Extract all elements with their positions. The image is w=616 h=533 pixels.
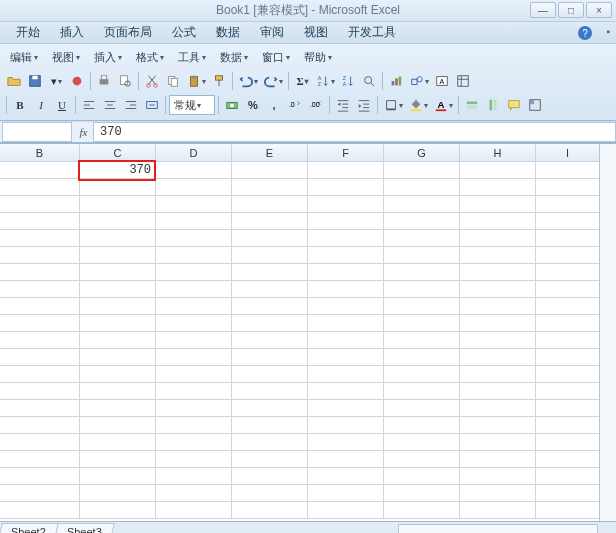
cell-H6[interactable] — [460, 247, 536, 263]
number-format-combo[interactable]: 常规 — [169, 95, 215, 115]
cell-C11[interactable] — [80, 332, 156, 348]
cell-B19[interactable] — [0, 468, 80, 484]
open-button[interactable] — [4, 71, 24, 91]
font-color-button[interactable]: A — [431, 95, 455, 115]
cell-E4[interactable] — [232, 213, 308, 229]
cell-G5[interactable] — [384, 230, 460, 246]
cell-C19[interactable] — [80, 468, 156, 484]
align-right-button[interactable] — [121, 95, 141, 115]
cell-H7[interactable] — [460, 264, 536, 280]
cell-C15[interactable] — [80, 400, 156, 416]
cell-G2[interactable] — [384, 179, 460, 195]
currency-button[interactable] — [222, 95, 242, 115]
bold-button[interactable]: B — [10, 95, 30, 115]
cell-C18[interactable] — [80, 451, 156, 467]
cell-D14[interactable] — [156, 383, 232, 399]
save-button[interactable] — [25, 71, 45, 91]
cell-B3[interactable] — [0, 196, 80, 212]
cell-I18[interactable] — [536, 451, 600, 467]
cell-G18[interactable] — [384, 451, 460, 467]
cell-C14[interactable] — [80, 383, 156, 399]
sort-desc-button[interactable]: ZA — [338, 71, 358, 91]
cell-C7[interactable] — [80, 264, 156, 280]
cell-D13[interactable] — [156, 366, 232, 382]
cell-G10[interactable] — [384, 315, 460, 331]
cell-B7[interactable] — [0, 264, 80, 280]
cell-G1[interactable] — [384, 162, 460, 178]
cell-I17[interactable] — [536, 434, 600, 450]
cell-B8[interactable] — [0, 281, 80, 297]
tab-review[interactable]: 审阅 — [250, 21, 294, 44]
cell-H11[interactable] — [460, 332, 536, 348]
cell-I21[interactable] — [536, 502, 600, 518]
cell-F11[interactable] — [308, 332, 384, 348]
cell-C10[interactable] — [80, 315, 156, 331]
cell-H1[interactable] — [460, 162, 536, 178]
col-header-D[interactable]: D — [156, 144, 232, 161]
cell-H4[interactable] — [460, 213, 536, 229]
cell-F19[interactable] — [308, 468, 384, 484]
cell-H20[interactable] — [460, 485, 536, 501]
cell-E5[interactable] — [232, 230, 308, 246]
cell-F10[interactable] — [308, 315, 384, 331]
cell-E17[interactable] — [232, 434, 308, 450]
tab-home[interactable]: 开始 — [6, 21, 50, 44]
cell-I12[interactable] — [536, 349, 600, 365]
fill-color-button[interactable] — [406, 95, 430, 115]
cell-I2[interactable] — [536, 179, 600, 195]
cell-G21[interactable] — [384, 502, 460, 518]
cell-F3[interactable] — [308, 196, 384, 212]
col-header-E[interactable]: E — [232, 144, 308, 161]
cell-D17[interactable] — [156, 434, 232, 450]
cell-B4[interactable] — [0, 213, 80, 229]
cell-F18[interactable] — [308, 451, 384, 467]
percent-button[interactable]: % — [243, 95, 263, 115]
cell-E15[interactable] — [232, 400, 308, 416]
fx-icon[interactable]: fx — [74, 122, 94, 142]
cell-H16[interactable] — [460, 417, 536, 433]
cell-G13[interactable] — [384, 366, 460, 382]
cell-D9[interactable] — [156, 298, 232, 314]
cell-E18[interactable] — [232, 451, 308, 467]
vertical-scrollbar[interactable] — [599, 144, 616, 521]
menu-format[interactable]: 格式 — [130, 48, 170, 67]
cell-H10[interactable] — [460, 315, 536, 331]
show-comments-button[interactable] — [504, 95, 524, 115]
cell-E13[interactable] — [232, 366, 308, 382]
cell-D16[interactable] — [156, 417, 232, 433]
cell-D12[interactable] — [156, 349, 232, 365]
cell-D19[interactable] — [156, 468, 232, 484]
tab-view[interactable]: 视图 — [294, 21, 338, 44]
cell-I5[interactable] — [536, 230, 600, 246]
cell-H8[interactable] — [460, 281, 536, 297]
permission-button[interactable] — [67, 71, 87, 91]
print-preview-button[interactable] — [115, 71, 135, 91]
cell-H19[interactable] — [460, 468, 536, 484]
cell-F20[interactable] — [308, 485, 384, 501]
cell-E12[interactable] — [232, 349, 308, 365]
cell-F14[interactable] — [308, 383, 384, 399]
increase-indent-button[interactable] — [354, 95, 374, 115]
tab-page-layout[interactable]: 页面布局 — [94, 21, 162, 44]
cell-C16[interactable] — [80, 417, 156, 433]
borders-button[interactable] — [381, 95, 405, 115]
insert-cols-button[interactable] — [483, 95, 503, 115]
menu-view[interactable]: 视图 — [46, 48, 86, 67]
underline-button[interactable]: U — [52, 95, 72, 115]
cell-C1[interactable]: 370 — [80, 162, 156, 178]
cell-D15[interactable] — [156, 400, 232, 416]
undo-button[interactable] — [236, 71, 260, 91]
cell-F13[interactable] — [308, 366, 384, 382]
cell-I15[interactable] — [536, 400, 600, 416]
cell-G19[interactable] — [384, 468, 460, 484]
cell-B21[interactable] — [0, 502, 80, 518]
cell-B12[interactable] — [0, 349, 80, 365]
shapes-button[interactable] — [407, 71, 431, 91]
cell-I20[interactable] — [536, 485, 600, 501]
cell-F12[interactable] — [308, 349, 384, 365]
maximize-button[interactable]: □ — [558, 2, 584, 18]
cell-C4[interactable] — [80, 213, 156, 229]
cell-E16[interactable] — [232, 417, 308, 433]
cell-H21[interactable] — [460, 502, 536, 518]
cell-C13[interactable] — [80, 366, 156, 382]
